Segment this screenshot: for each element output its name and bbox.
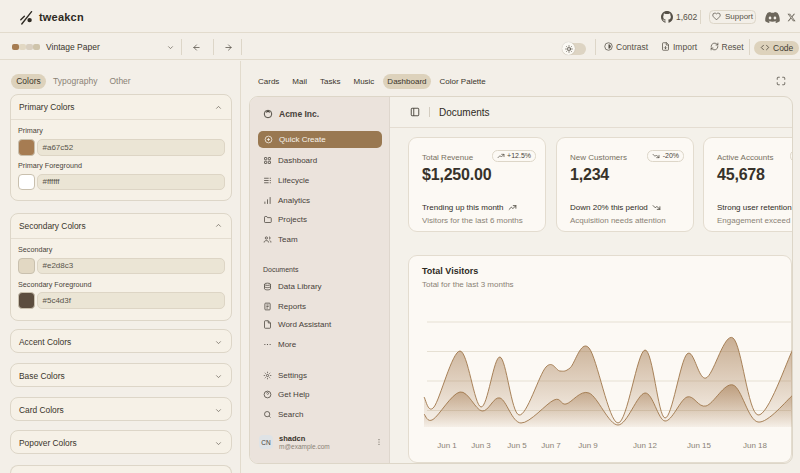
- svg-text:Jun 7: Jun 7: [541, 441, 561, 450]
- svg-text:Jun 1: Jun 1: [437, 441, 457, 450]
- svg-text:Jun 5: Jun 5: [507, 441, 527, 450]
- svg-text:Jun 18: Jun 18: [743, 441, 768, 450]
- svg-text:Jun 3: Jun 3: [471, 441, 491, 450]
- svg-text:Jun 9: Jun 9: [578, 441, 598, 450]
- svg-text:Jun 15: Jun 15: [687, 441, 712, 450]
- svg-text:Jun 12: Jun 12: [633, 441, 658, 450]
